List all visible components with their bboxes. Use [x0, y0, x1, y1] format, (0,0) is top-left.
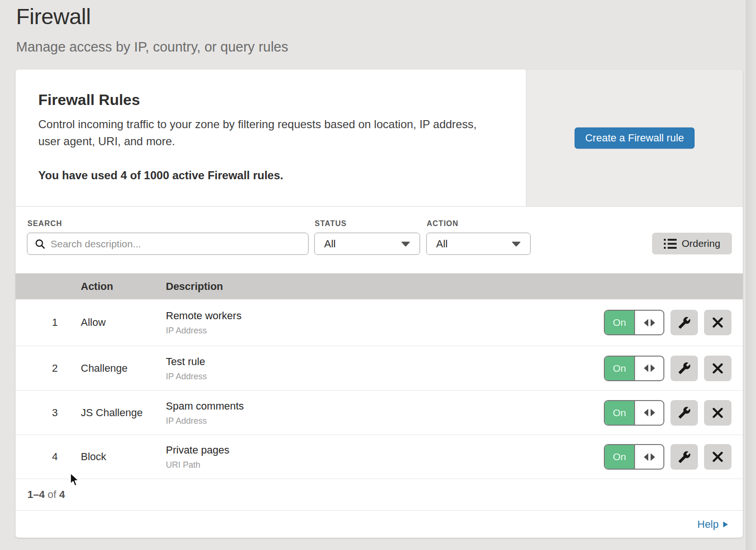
rule-action: Allow: [81, 316, 106, 329]
chevron-down-icon: [512, 241, 521, 246]
search-icon: [35, 239, 45, 249]
rule-controls: On: [604, 400, 731, 426]
card-description: Control incoming traffic to your zone by…: [38, 116, 498, 150]
pagination-of: of: [48, 489, 56, 500]
wrench-icon: [678, 362, 691, 375]
pagination-total: 4: [59, 489, 65, 500]
ordering-button-label: Ordering: [682, 238, 721, 249]
table-header: Action Description: [16, 273, 743, 299]
wrench-icon: [678, 316, 691, 329]
rule-description: Spam comments: [166, 400, 244, 412]
rule-enabled-toggle[interactable]: On: [604, 400, 664, 426]
close-icon: [713, 363, 723, 374]
page-subtitle: Manage access by IP, country, or query r…: [16, 39, 288, 55]
triangle-right-icon: [723, 521, 728, 528]
rule-match-type: URI Path: [166, 460, 230, 470]
rules-usage-text: You have used 4 of 1000 active Firewall …: [38, 168, 498, 183]
rule-description-cell: Spam comments IP Address: [166, 400, 244, 426]
edit-rule-button[interactable]: [670, 310, 698, 335]
search-input[interactable]: [45, 233, 308, 254]
rule-controls: On: [604, 310, 731, 335]
rule-description: Private pages: [166, 444, 230, 456]
rule-action: JS Challenge: [81, 407, 143, 419]
pagination-text: 1–4 of 4: [27, 489, 65, 501]
page-title: Firewall: [16, 4, 91, 29]
left-right-arrows-icon: [644, 409, 655, 417]
rule-priority-number: 2: [45, 362, 64, 375]
filters-bar: SEARCH STATUS ACTION All All: [16, 207, 743, 273]
rule-match-type: IP Address: [166, 371, 207, 381]
table-row: 1 Allow Remote workers IP Address On: [16, 299, 743, 346]
status-select[interactable]: All: [314, 233, 420, 255]
rule-description: Remote workers: [166, 310, 241, 322]
rule-priority-number: 3: [45, 407, 64, 419]
left-right-arrows-icon: [644, 364, 655, 372]
action-label: ACTION: [427, 219, 458, 228]
rule-description-cell: Remote workers IP Address: [166, 310, 241, 336]
window-edge-strip: [746, 0, 756, 550]
rule-enabled-toggle[interactable]: On: [604, 310, 664, 335]
column-header-action: Action: [81, 280, 113, 293]
left-right-arrows-icon: [644, 319, 655, 327]
rule-match-type: IP Address: [166, 326, 241, 336]
action-select[interactable]: All: [426, 233, 531, 255]
toggle-on-segment[interactable]: On: [605, 401, 635, 425]
delete-rule-button[interactable]: [704, 310, 731, 335]
wrench-icon: [678, 406, 691, 419]
edit-rule-button[interactable]: [670, 444, 698, 470]
edit-rule-button[interactable]: [670, 356, 698, 381]
left-right-arrows-icon: [644, 453, 655, 461]
toggle-on-segment[interactable]: On: [605, 357, 635, 380]
rule-action: Challenge: [81, 362, 128, 375]
status-select-value: All: [324, 238, 335, 250]
card-header-side-panel: Create a Firewall rule: [526, 70, 743, 206]
rule-controls: On: [604, 444, 731, 470]
rules-table-body: 1 Allow Remote workers IP Address On: [16, 299, 743, 479]
status-label: STATUS: [315, 219, 347, 228]
rule-match-type: IP Address: [166, 416, 244, 426]
rule-action: Block: [81, 451, 106, 463]
rule-enabled-toggle[interactable]: On: [604, 356, 664, 381]
column-header-description: Description: [166, 280, 223, 293]
action-select-value: All: [436, 238, 447, 250]
firewall-page: Firewall Manage access by IP, country, o…: [0, 0, 756, 550]
edit-rule-button[interactable]: [670, 400, 698, 426]
rule-priority-number: 1: [45, 316, 64, 329]
rule-description: Test rule: [166, 355, 207, 367]
toggle-arrows-segment[interactable]: [635, 311, 663, 334]
pagination-row: 1–4 of 4: [16, 479, 743, 510]
search-label: SEARCH: [27, 219, 62, 228]
rule-enabled-toggle[interactable]: On: [604, 444, 664, 470]
chevron-down-icon: [401, 241, 410, 246]
rule-controls: On: [604, 356, 731, 381]
list-icon: [664, 239, 677, 249]
table-row: 3 JS Challenge Spam comments IP Address …: [16, 391, 743, 435]
rule-description-cell: Private pages URI Path: [166, 444, 230, 470]
delete-rule-button[interactable]: [704, 444, 731, 470]
close-icon: [713, 317, 723, 328]
toggle-arrows-segment[interactable]: [635, 357, 663, 380]
help-row: Help: [16, 510, 743, 538]
delete-rule-button[interactable]: [704, 400, 731, 426]
rule-priority-number: 4: [45, 451, 64, 463]
wrench-icon: [678, 451, 691, 463]
help-link[interactable]: Help: [697, 518, 728, 531]
toggle-arrows-segment[interactable]: [635, 401, 663, 425]
help-link-label: Help: [697, 518, 719, 531]
ordering-button[interactable]: Ordering: [652, 233, 732, 254]
firewall-rules-card: Firewall Rules Control incoming traffic …: [16, 70, 743, 538]
delete-rule-button[interactable]: [704, 356, 731, 381]
toggle-on-segment[interactable]: On: [605, 445, 635, 469]
pagination-range: 1–4: [27, 489, 45, 500]
table-row: 4 Block Private pages URI Path On: [16, 435, 743, 479]
table-row: 2 Challenge Test rule IP Address On: [16, 346, 743, 391]
card-header: Firewall Rules Control incoming traffic …: [16, 70, 526, 206]
toggle-arrows-segment[interactable]: [635, 445, 663, 469]
close-icon: [713, 452, 723, 462]
close-icon: [713, 408, 723, 418]
card-heading: Firewall Rules: [38, 91, 498, 109]
search-box[interactable]: [27, 233, 309, 255]
toggle-on-segment[interactable]: On: [605, 311, 635, 334]
create-firewall-rule-button[interactable]: Create a Firewall rule: [575, 127, 695, 148]
rule-description-cell: Test rule IP Address: [166, 355, 207, 381]
